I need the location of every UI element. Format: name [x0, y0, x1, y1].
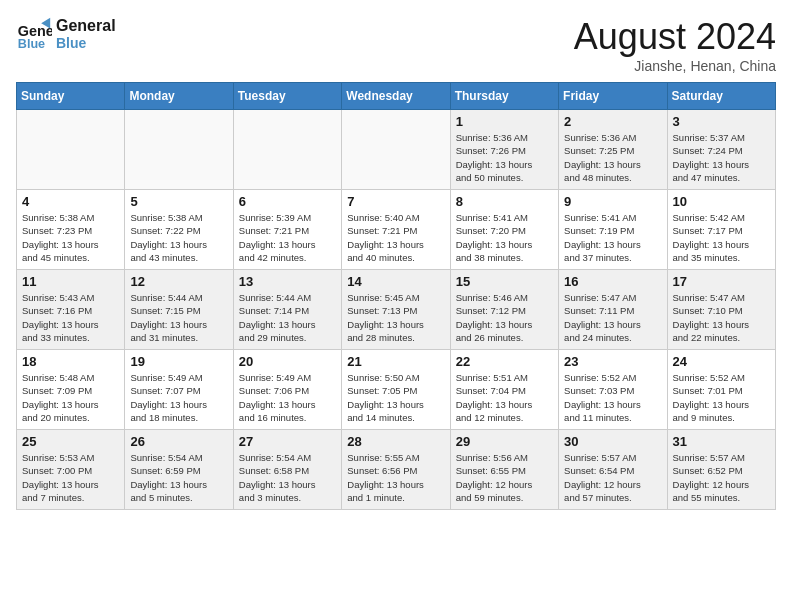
logo-icon: General Blue — [16, 16, 52, 52]
day-number: 9 — [564, 194, 661, 209]
svg-text:Blue: Blue — [18, 37, 45, 51]
day-cell — [233, 110, 341, 190]
day-cell: 4Sunrise: 5:38 AM Sunset: 7:23 PM Daylig… — [17, 190, 125, 270]
day-cell: 7Sunrise: 5:40 AM Sunset: 7:21 PM Daylig… — [342, 190, 450, 270]
day-number: 23 — [564, 354, 661, 369]
day-cell: 8Sunrise: 5:41 AM Sunset: 7:20 PM Daylig… — [450, 190, 558, 270]
day-number: 31 — [673, 434, 770, 449]
day-info: Sunrise: 5:52 AM Sunset: 7:01 PM Dayligh… — [673, 371, 770, 424]
day-info: Sunrise: 5:57 AM Sunset: 6:52 PM Dayligh… — [673, 451, 770, 504]
day-cell: 18Sunrise: 5:48 AM Sunset: 7:09 PM Dayli… — [17, 350, 125, 430]
day-info: Sunrise: 5:42 AM Sunset: 7:17 PM Dayligh… — [673, 211, 770, 264]
weekday-header-tuesday: Tuesday — [233, 83, 341, 110]
day-info: Sunrise: 5:54 AM Sunset: 6:58 PM Dayligh… — [239, 451, 336, 504]
day-number: 3 — [673, 114, 770, 129]
day-info: Sunrise: 5:38 AM Sunset: 7:23 PM Dayligh… — [22, 211, 119, 264]
day-cell: 9Sunrise: 5:41 AM Sunset: 7:19 PM Daylig… — [559, 190, 667, 270]
day-number: 10 — [673, 194, 770, 209]
day-number: 15 — [456, 274, 553, 289]
day-cell: 29Sunrise: 5:56 AM Sunset: 6:55 PM Dayli… — [450, 430, 558, 510]
day-number: 8 — [456, 194, 553, 209]
day-info: Sunrise: 5:46 AM Sunset: 7:12 PM Dayligh… — [456, 291, 553, 344]
day-cell: 30Sunrise: 5:57 AM Sunset: 6:54 PM Dayli… — [559, 430, 667, 510]
day-info: Sunrise: 5:48 AM Sunset: 7:09 PM Dayligh… — [22, 371, 119, 424]
day-cell: 21Sunrise: 5:50 AM Sunset: 7:05 PM Dayli… — [342, 350, 450, 430]
weekday-header-monday: Monday — [125, 83, 233, 110]
day-cell: 24Sunrise: 5:52 AM Sunset: 7:01 PM Dayli… — [667, 350, 775, 430]
day-number: 24 — [673, 354, 770, 369]
day-number: 28 — [347, 434, 444, 449]
day-cell: 25Sunrise: 5:53 AM Sunset: 7:00 PM Dayli… — [17, 430, 125, 510]
day-info: Sunrise: 5:57 AM Sunset: 6:54 PM Dayligh… — [564, 451, 661, 504]
week-row-2: 4Sunrise: 5:38 AM Sunset: 7:23 PM Daylig… — [17, 190, 776, 270]
day-cell — [125, 110, 233, 190]
day-info: Sunrise: 5:41 AM Sunset: 7:19 PM Dayligh… — [564, 211, 661, 264]
weekday-header-row: SundayMondayTuesdayWednesdayThursdayFrid… — [17, 83, 776, 110]
day-info: Sunrise: 5:43 AM Sunset: 7:16 PM Dayligh… — [22, 291, 119, 344]
day-info: Sunrise: 5:38 AM Sunset: 7:22 PM Dayligh… — [130, 211, 227, 264]
day-number: 30 — [564, 434, 661, 449]
day-info: Sunrise: 5:50 AM Sunset: 7:05 PM Dayligh… — [347, 371, 444, 424]
weekday-header-thursday: Thursday — [450, 83, 558, 110]
day-number: 2 — [564, 114, 661, 129]
day-number: 21 — [347, 354, 444, 369]
day-cell: 20Sunrise: 5:49 AM Sunset: 7:06 PM Dayli… — [233, 350, 341, 430]
day-cell: 28Sunrise: 5:55 AM Sunset: 6:56 PM Dayli… — [342, 430, 450, 510]
day-cell: 5Sunrise: 5:38 AM Sunset: 7:22 PM Daylig… — [125, 190, 233, 270]
day-number: 17 — [673, 274, 770, 289]
weekday-header-friday: Friday — [559, 83, 667, 110]
page-header: General Blue General Blue August 2024 Ji… — [16, 16, 776, 74]
weekday-header-wednesday: Wednesday — [342, 83, 450, 110]
weekday-header-saturday: Saturday — [667, 83, 775, 110]
day-number: 1 — [456, 114, 553, 129]
day-number: 16 — [564, 274, 661, 289]
day-cell: 23Sunrise: 5:52 AM Sunset: 7:03 PM Dayli… — [559, 350, 667, 430]
day-number: 6 — [239, 194, 336, 209]
day-info: Sunrise: 5:45 AM Sunset: 7:13 PM Dayligh… — [347, 291, 444, 344]
day-info: Sunrise: 5:49 AM Sunset: 7:07 PM Dayligh… — [130, 371, 227, 424]
day-cell: 22Sunrise: 5:51 AM Sunset: 7:04 PM Dayli… — [450, 350, 558, 430]
day-info: Sunrise: 5:37 AM Sunset: 7:24 PM Dayligh… — [673, 131, 770, 184]
week-row-3: 11Sunrise: 5:43 AM Sunset: 7:16 PM Dayli… — [17, 270, 776, 350]
day-cell — [17, 110, 125, 190]
day-cell: 27Sunrise: 5:54 AM Sunset: 6:58 PM Dayli… — [233, 430, 341, 510]
week-row-4: 18Sunrise: 5:48 AM Sunset: 7:09 PM Dayli… — [17, 350, 776, 430]
day-cell: 15Sunrise: 5:46 AM Sunset: 7:12 PM Dayli… — [450, 270, 558, 350]
day-cell: 14Sunrise: 5:45 AM Sunset: 7:13 PM Dayli… — [342, 270, 450, 350]
day-number: 29 — [456, 434, 553, 449]
day-number: 12 — [130, 274, 227, 289]
calendar-table: SundayMondayTuesdayWednesdayThursdayFrid… — [16, 82, 776, 510]
month-title: August 2024 — [574, 16, 776, 58]
weekday-header-sunday: Sunday — [17, 83, 125, 110]
day-number: 14 — [347, 274, 444, 289]
day-cell: 17Sunrise: 5:47 AM Sunset: 7:10 PM Dayli… — [667, 270, 775, 350]
week-row-1: 1Sunrise: 5:36 AM Sunset: 7:26 PM Daylig… — [17, 110, 776, 190]
day-info: Sunrise: 5:40 AM Sunset: 7:21 PM Dayligh… — [347, 211, 444, 264]
day-info: Sunrise: 5:39 AM Sunset: 7:21 PM Dayligh… — [239, 211, 336, 264]
day-info: Sunrise: 5:44 AM Sunset: 7:14 PM Dayligh… — [239, 291, 336, 344]
day-number: 13 — [239, 274, 336, 289]
day-number: 11 — [22, 274, 119, 289]
day-cell: 12Sunrise: 5:44 AM Sunset: 7:15 PM Dayli… — [125, 270, 233, 350]
day-info: Sunrise: 5:41 AM Sunset: 7:20 PM Dayligh… — [456, 211, 553, 264]
day-number: 25 — [22, 434, 119, 449]
day-cell: 11Sunrise: 5:43 AM Sunset: 7:16 PM Dayli… — [17, 270, 125, 350]
location: Jianshe, Henan, China — [574, 58, 776, 74]
day-cell — [342, 110, 450, 190]
day-cell: 3Sunrise: 5:37 AM Sunset: 7:24 PM Daylig… — [667, 110, 775, 190]
day-info: Sunrise: 5:36 AM Sunset: 7:25 PM Dayligh… — [564, 131, 661, 184]
day-info: Sunrise: 5:44 AM Sunset: 7:15 PM Dayligh… — [130, 291, 227, 344]
day-number: 20 — [239, 354, 336, 369]
day-number: 27 — [239, 434, 336, 449]
logo-line2: Blue — [56, 35, 116, 52]
day-info: Sunrise: 5:53 AM Sunset: 7:00 PM Dayligh… — [22, 451, 119, 504]
week-row-5: 25Sunrise: 5:53 AM Sunset: 7:00 PM Dayli… — [17, 430, 776, 510]
day-number: 18 — [22, 354, 119, 369]
day-info: Sunrise: 5:49 AM Sunset: 7:06 PM Dayligh… — [239, 371, 336, 424]
day-info: Sunrise: 5:55 AM Sunset: 6:56 PM Dayligh… — [347, 451, 444, 504]
logo-line1: General — [56, 16, 116, 35]
day-cell: 1Sunrise: 5:36 AM Sunset: 7:26 PM Daylig… — [450, 110, 558, 190]
logo: General Blue General Blue — [16, 16, 116, 52]
day-cell: 26Sunrise: 5:54 AM Sunset: 6:59 PM Dayli… — [125, 430, 233, 510]
title-block: August 2024 Jianshe, Henan, China — [574, 16, 776, 74]
